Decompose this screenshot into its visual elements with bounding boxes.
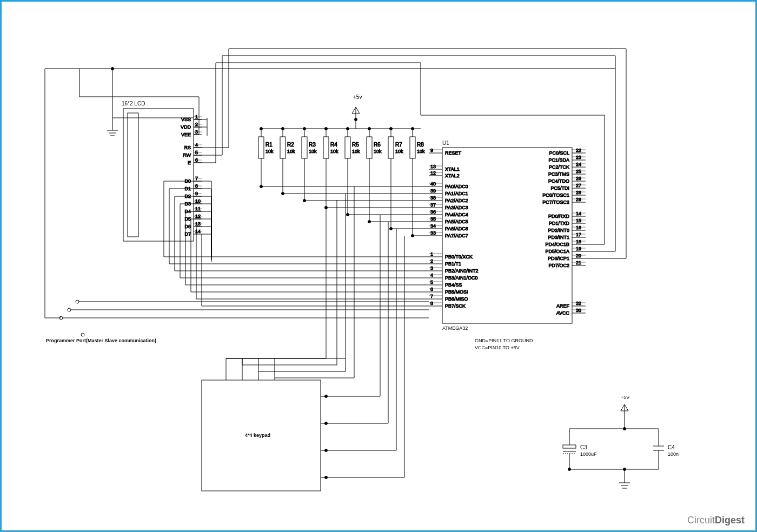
- resistor-val: 10k: [374, 149, 382, 154]
- svg-point-165: [568, 468, 571, 471]
- programmer-port: Programmer Port(Master Slave communicati…: [46, 300, 429, 343]
- svg-rect-35: [280, 137, 285, 158]
- mcu-pin-label: PA4/ADC4: [445, 212, 468, 217]
- mcu-pin-num: 30: [576, 308, 581, 313]
- lcd-pin-label: VEE: [181, 132, 191, 137]
- svg-point-147: [68, 308, 71, 311]
- mcu-pin-label: PB1/T1: [445, 261, 461, 267]
- lcd-pin-num: 6: [195, 157, 198, 163]
- watermark: CircuitDigest: [687, 515, 745, 526]
- resistor-val: 10k: [417, 149, 425, 154]
- lcd-pin-num: 10: [195, 198, 201, 204]
- svg-point-235: [303, 200, 306, 202]
- svg-point-238: [368, 221, 371, 223]
- mcu-pin-num: 9: [430, 148, 433, 153]
- resistor-val: 10k: [265, 149, 274, 154]
- mcu-pin-label: PA2/ADC2: [445, 198, 468, 203]
- mcu-pin-num: 32: [576, 301, 581, 306]
- mcu-pin-label: PD1/TXD: [549, 221, 570, 226]
- resistor-ref: R4: [330, 142, 337, 148]
- mcu-pin-label: PB4/SS: [445, 282, 462, 288]
- svg-rect-39: [302, 137, 307, 158]
- mcu-pin-label: RESET: [445, 150, 462, 156]
- mcu-pin-num: 14: [576, 211, 581, 216]
- svg-point-167: [623, 468, 626, 471]
- svg-rect-47: [345, 137, 350, 158]
- svg-rect-1: [128, 113, 138, 237]
- mcu-pin-label: AREF: [556, 303, 570, 309]
- lcd-title: 16*2 LCD: [122, 101, 145, 107]
- lcd-pin-num: 9: [195, 191, 198, 196]
- mcu-pin-label: PA0/ADC0: [445, 184, 468, 189]
- mcu-pin-label: PB2/AIN0/INT2: [445, 268, 479, 274]
- svg-point-254: [325, 476, 328, 479]
- mcu-pin-num: 34: [430, 223, 436, 229]
- mcu-pin-num: 27: [576, 183, 581, 188]
- svg-rect-59: [410, 137, 415, 158]
- resistor-ref: R2: [287, 142, 294, 148]
- mcu-pin-num: 12: [430, 170, 436, 176]
- mcu-pin-label: XTAL2: [445, 173, 460, 178]
- mcu-pin-num: 8: [430, 301, 433, 306]
- mcu-pin-num: 29: [576, 197, 581, 202]
- lcd-pin-num: 13: [195, 221, 201, 227]
- mcu-pin-num: 15: [576, 218, 581, 223]
- mcu-pin-label: XTAL1: [445, 167, 460, 172]
- svg-point-183: [111, 68, 114, 70]
- mcu-pin-label: PC6/TOSC1: [542, 192, 569, 198]
- mcu-pin-label: PB6/MISO: [445, 296, 468, 302]
- mcu-pin-num: 4: [430, 272, 433, 278]
- svg-rect-31: [258, 137, 264, 158]
- cap-network: +5V C3 1000uF C4 100n: [563, 395, 679, 488]
- mcu-pin-label: PB7/SCK: [445, 303, 466, 309]
- mcu-pin-num: 18: [576, 239, 581, 244]
- svg-rect-55: [388, 137, 394, 158]
- mcu-pin-num: 21: [576, 260, 581, 265]
- mcu-pin-num: 7: [430, 294, 433, 299]
- mcu-pin-num: 26: [576, 176, 581, 181]
- mcu-pin-num: 40: [430, 181, 436, 187]
- mcu-pin-num: 25: [576, 169, 581, 174]
- mcu-pin-label: PA3/ADC3: [445, 205, 468, 210]
- mcu-pin-num: 2: [430, 258, 433, 264]
- svg-point-248: [325, 395, 328, 398]
- mcu-pin-label: PD0/RXD: [548, 214, 570, 219]
- mcu-pin-num: 20: [576, 253, 581, 258]
- mcu-pin-num: 38: [430, 195, 436, 201]
- mcu-pin-label: PC5/TDI: [550, 185, 569, 191]
- mcu-pin-label: PC7/TOSC2: [542, 200, 569, 205]
- lcd-pin-num: 5: [195, 150, 198, 155]
- mcu-pin-label: PD4/OC1B: [545, 242, 569, 247]
- mcu-pin-num: 37: [430, 202, 436, 208]
- lcd-pin-num: 1: [195, 114, 198, 119]
- lcd-pin-num: 11: [195, 206, 201, 211]
- mcu-pin-num: 17: [576, 232, 581, 237]
- lcd-pin-num: 4: [195, 142, 198, 148]
- svg-point-233: [260, 185, 263, 188]
- mcu-pin-label: PA5/ADC5: [445, 219, 468, 224]
- mcu-pin-label: PC3/TMS: [548, 171, 569, 177]
- mcu-part: ATMEGA32: [442, 325, 468, 331]
- mcu-pin-num: 3: [430, 265, 433, 271]
- mcu-ref: U1: [442, 140, 449, 146]
- mcu-pin-num: 28: [576, 190, 581, 195]
- resistor-val: 10k: [309, 149, 317, 154]
- programmer-label: Programmer Port(Master Slave communicati…: [46, 338, 156, 343]
- mcu-pin-label: PC1/SDA: [548, 157, 569, 163]
- mcu-pin-label: PA1/ADC1: [445, 191, 468, 196]
- c4-ref: C4: [668, 444, 675, 450]
- lcd-pin-num: 12: [195, 214, 201, 219]
- resistor-ref: R5: [352, 142, 359, 148]
- mcu-pin-label: PB5/MOSI: [445, 289, 468, 295]
- mcu-pin-label: PA7/ADC7: [445, 233, 468, 238]
- mcu-pin-num: 6: [430, 287, 433, 292]
- svg-rect-157: [563, 445, 576, 448]
- mcu-pin-label: AVCC: [556, 310, 570, 316]
- resistor-ref: R6: [374, 142, 381, 148]
- svg-point-252: [325, 449, 328, 452]
- mcu-pin-label: PD6/ICP1: [548, 256, 569, 261]
- mcu-pin-num: 19: [576, 246, 581, 251]
- mcu-pin-num: 23: [576, 155, 581, 160]
- mcu-pin-label: PB0/T0/XCK: [445, 254, 473, 260]
- mcu-pin-label: PD2/INT0: [548, 228, 569, 233]
